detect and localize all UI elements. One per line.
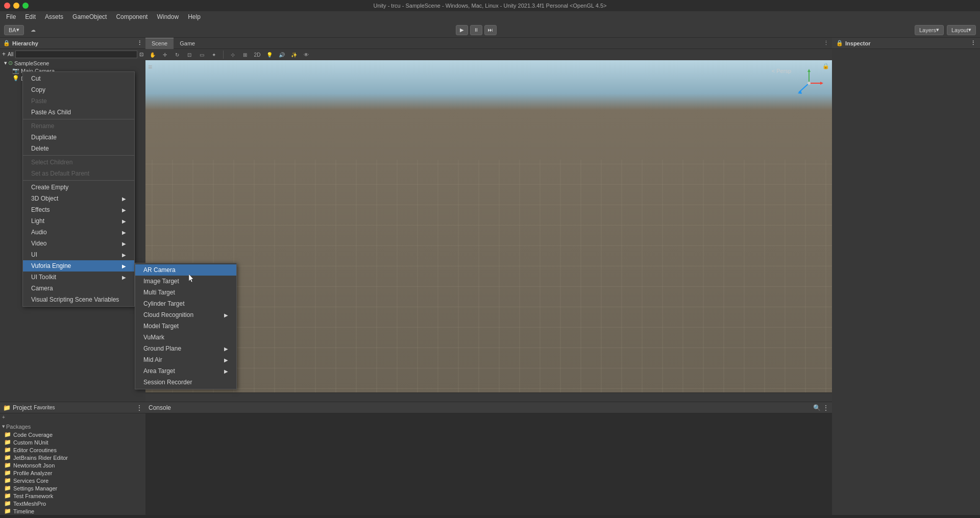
ctx-audio[interactable]: Audio ▶ <box>23 227 134 238</box>
ctx-delete[interactable]: Delete <box>23 143 134 154</box>
inspector-header: 🔒 Inspector ⋮ <box>832 38 980 49</box>
menu-assets[interactable]: Assets <box>41 12 67 21</box>
play-button[interactable]: ▶ <box>456 25 468 35</box>
ctx-audio-arrow: ▶ <box>122 230 126 235</box>
sub-ar-camera[interactable]: AR Camera <box>135 264 236 276</box>
ctx-effects[interactable]: Effects ▶ <box>23 204 134 215</box>
sub-area-target[interactable]: Area Target ▶ <box>135 365 236 377</box>
step-button[interactable]: ⏭ <box>484 25 497 35</box>
pkg-test-framework[interactable]: 📁Test Framework <box>0 492 145 500</box>
console-title: Console <box>149 404 171 411</box>
context-menu: Cut Copy Paste Paste As Child Rename Dup… <box>22 71 135 307</box>
ctx-duplicate[interactable]: Duplicate <box>23 132 134 143</box>
sub-model-target[interactable]: Model Target <box>135 320 236 332</box>
layout-dropdown[interactable]: Layout ▾ <box>947 25 976 35</box>
rect-tool-btn[interactable]: ▭ <box>197 50 207 59</box>
scene-area: Scene Game ⋮ ✋ ✛ ↻ ⊡ ▭ ✦ <box>145 38 832 402</box>
scene-vis-btn[interactable]: 👁 <box>301 50 311 59</box>
packages-label: Packages <box>6 424 31 430</box>
ctx-ui-toolkit[interactable]: UI Toolkit ▶ <box>23 272 134 283</box>
pkg-custom-nunit[interactable]: 📁Custom NUnit <box>0 438 145 446</box>
scene-root-item[interactable]: ▾ ⊙ SampleScene <box>0 59 145 67</box>
ctx-light[interactable]: Light ▶ <box>23 215 134 227</box>
ctx-video-arrow: ▶ <box>122 241 126 246</box>
hierarchy-filter-all[interactable]: All <box>8 52 13 57</box>
pivot-btn[interactable]: ⊹ <box>228 50 238 59</box>
menu-component[interactable]: Component <box>112 12 152 21</box>
ctx-camera[interactable]: Camera <box>23 283 134 294</box>
pkg-newtonsoft[interactable]: 📁Newtonsoft Json <box>0 461 145 469</box>
scale-tool-btn[interactable]: ⊡ <box>184 50 194 59</box>
ctx-vuforia-engine[interactable]: Vuforia Engine ▶ <box>23 260 134 272</box>
pkg-editor-coroutines[interactable]: 📁Editor Coroutines <box>0 446 145 454</box>
sub-cylinder-target[interactable]: Cylinder Target <box>135 298 236 309</box>
grid-btn[interactable]: ⊞ <box>240 50 250 59</box>
menu-window[interactable]: Window <box>153 12 183 21</box>
sub-ground-arrow: ▶ <box>224 346 228 352</box>
pkg-textmeshpro[interactable]: 📁TextMeshPro <box>0 500 145 507</box>
hierarchy-add-btn[interactable]: + <box>2 51 6 58</box>
sub-midair-arrow: ▶ <box>224 357 228 363</box>
2d-btn[interactable]: 2D <box>252 50 262 59</box>
ctx-ui[interactable]: UI ▶ <box>23 249 134 260</box>
pkg-jetbrains[interactable]: 📁JetBrains Rider Editor <box>0 454 145 461</box>
pkg-timeline[interactable]: 📁Timeline <box>0 507 145 515</box>
maximize-btn[interactable] <box>22 3 29 9</box>
audio-btn[interactable]: 🔊 <box>277 50 287 59</box>
assets-menu-icon[interactable]: ⋮ <box>136 404 142 411</box>
pkg-services-core[interactable]: 📁Services Core <box>0 477 145 484</box>
pkg-code-coverage[interactable]: 📁Code Coverage <box>0 431 145 438</box>
svg-marker-3 <box>820 82 823 85</box>
hierarchy-collapse-icon[interactable]: ⊡ <box>139 52 143 57</box>
menu-edit[interactable]: Edit <box>21 12 40 21</box>
sub-cloud-recognition[interactable]: Cloud Recognition ▶ <box>135 309 236 320</box>
console-scrollbar[interactable] <box>0 515 980 518</box>
ctx-3d-object[interactable]: 3D Object ▶ <box>23 193 134 204</box>
lighting-btn[interactable]: 💡 <box>264 50 275 59</box>
cloud-icon[interactable]: ☁ <box>28 26 38 35</box>
pause-button[interactable]: ⏸ <box>470 25 482 35</box>
scene-settings-icon[interactable]: ⋮ <box>820 40 832 46</box>
pkg-profile-analyzer[interactable]: 📁Profile Analyzer <box>0 469 145 477</box>
pkg-settings-manager[interactable]: 📁Settings Manager <box>0 484 145 492</box>
minimize-btn[interactable] <box>13 3 19 9</box>
sub-multi-target[interactable]: Multi Target <box>135 287 236 298</box>
layers-dropdown[interactable]: Layers ▾ <box>915 25 944 35</box>
menu-file[interactable]: File <box>2 12 20 21</box>
scene-gizmo <box>794 68 824 98</box>
assets-add-btn[interactable]: + <box>2 414 5 420</box>
inspector-menu-icon[interactable]: ⋮ <box>970 40 976 46</box>
assets-header: 📁 Project Favorites ⋮ <box>0 402 145 413</box>
ctx-create-empty[interactable]: Create Empty <box>23 182 134 193</box>
viewport-menu-icon[interactable]: ≡ <box>148 63 152 71</box>
hierarchy-search[interactable] <box>15 51 137 58</box>
menu-gameobject[interactable]: GameObject <box>68 12 111 21</box>
ctx-video[interactable]: Video ▶ <box>23 238 134 249</box>
sub-ground-plane[interactable]: Ground Plane ▶ <box>135 343 236 354</box>
sub-session-recorder[interactable]: Session Recorder <box>135 377 236 388</box>
sub-vumark[interactable]: VuMark <box>135 332 236 343</box>
tab-game[interactable]: Game <box>174 38 201 49</box>
sub-image-target[interactable]: Image Target <box>135 276 236 287</box>
console-menu-icon[interactable]: ⋮ <box>823 404 829 411</box>
sub-mid-air[interactable]: Mid Air ▶ <box>135 354 236 365</box>
move-tool-btn[interactable]: ✛ <box>160 50 170 59</box>
close-btn[interactable] <box>4 3 10 9</box>
ba-dropdown[interactable]: BA ▾ <box>4 25 24 35</box>
fx-btn[interactable]: ✨ <box>289 50 299 59</box>
lock-icon[interactable]: 🔒 <box>822 63 829 69</box>
sub-cloud-arrow: ▶ <box>224 312 228 318</box>
menu-help[interactable]: Help <box>184 12 205 21</box>
light-icon: 💡 <box>12 75 19 82</box>
main-toolbar: BA ▾ ☁ ▶ ⏸ ⏭ Layers ▾ Layout ▾ <box>0 22 980 38</box>
ctx-visual-scripting[interactable]: Visual Scripting Scene Variables <box>23 294 134 305</box>
hand-tool-btn[interactable]: ✋ <box>148 50 158 59</box>
packages-section: ▾ Packages 📁Code Coverage 📁Custom NUnit … <box>0 421 145 518</box>
ctx-cut[interactable]: Cut <box>23 73 134 84</box>
transform-tool-btn[interactable]: ✦ <box>209 50 219 59</box>
rotate-tool-btn[interactable]: ↻ <box>172 50 182 59</box>
ctx-paste-as-child[interactable]: Paste As Child <box>23 107 134 118</box>
hierarchy-menu-icon[interactable]: ⋮ <box>137 40 142 46</box>
tab-scene[interactable]: Scene <box>145 38 174 49</box>
ctx-copy[interactable]: Copy <box>23 84 134 95</box>
